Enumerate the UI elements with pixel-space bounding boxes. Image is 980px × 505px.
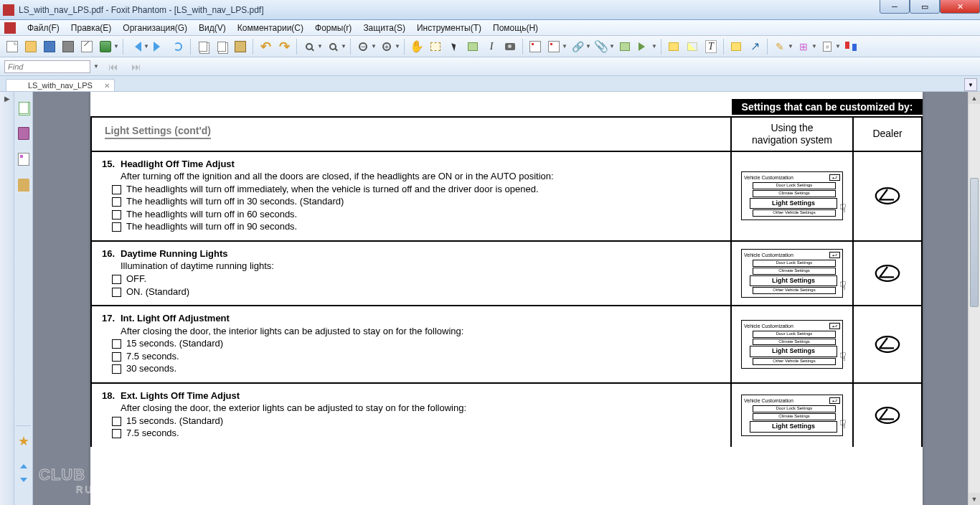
document-tab[interactable]: LS_with_nav_LPS ✕ xyxy=(6,79,115,91)
note-button[interactable] xyxy=(666,39,682,55)
paste-button[interactable] xyxy=(232,39,248,55)
tab-close-icon[interactable]: ✕ xyxy=(104,82,110,90)
text-select-button[interactable]: I xyxy=(484,39,499,55)
link-button[interactable]: 🔗 xyxy=(570,39,585,55)
highlight-button[interactable] xyxy=(684,39,700,55)
find-input[interactable] xyxy=(4,60,90,73)
titlebar: LS_with_nav_LPS.pdf - Foxit Phantom - [L… xyxy=(0,0,980,20)
hand-tool-button[interactable]: ✋ xyxy=(409,39,425,55)
select-tool-button[interactable] xyxy=(428,39,443,55)
favorites-icon[interactable]: ★ xyxy=(18,433,29,449)
play-dd[interactable]: ▼ xyxy=(651,43,658,49)
form2-dd[interactable]: ▼ xyxy=(562,43,568,49)
pencil-dd[interactable]: ▼ xyxy=(788,43,794,49)
tabbar-dropdown[interactable]: ▼ xyxy=(964,78,977,91)
scan-dropdown[interactable]: ▼ xyxy=(113,43,120,49)
textbox-button[interactable]: T xyxy=(703,39,719,55)
menubar: Файл(F) Правка(E) Организация(G) Вид(V) … xyxy=(0,20,980,36)
pdf-page: Settings that can be customized by: Ligh… xyxy=(90,92,923,505)
minimize-button[interactable]: ─ xyxy=(880,0,910,14)
arrow-button[interactable]: ↗ xyxy=(747,39,763,55)
app-icon xyxy=(3,4,14,16)
zoom-in-dd[interactable]: ▼ xyxy=(395,43,401,49)
zoom-dd[interactable]: ▼ xyxy=(317,43,324,49)
findbar: ▼ ⏮ ⏭ xyxy=(0,57,980,76)
close-button[interactable]: ✕ xyxy=(940,0,980,14)
zoom-out-dd[interactable]: ▼ xyxy=(371,43,377,49)
refresh-button[interactable] xyxy=(170,39,186,55)
nav-diagram: Vehicle Customization⮐ Door Lock Setting… xyxy=(741,395,843,435)
callout-button[interactable] xyxy=(728,39,744,55)
redo-button[interactable]: ↷ xyxy=(276,39,292,55)
menu-organize[interactable]: Организация(G) xyxy=(117,22,193,34)
scroll-up-icon[interactable]: ▲ xyxy=(969,92,980,104)
open-button[interactable] xyxy=(23,39,39,55)
flags-button[interactable] xyxy=(843,39,859,55)
pages-panel-icon[interactable] xyxy=(19,102,29,114)
image-button[interactable] xyxy=(617,39,633,55)
option-checkbox: 15 seconds. (Standard) xyxy=(112,415,720,428)
attach-dd[interactable]: ▼ xyxy=(609,43,616,49)
scroll-down-icon[interactable]: ▼ xyxy=(969,493,980,505)
header-banner: Settings that can be customized by: xyxy=(732,99,923,115)
menu-file[interactable]: Файл(F) xyxy=(22,22,65,34)
attachments-panel-icon[interactable] xyxy=(18,179,29,192)
zoom-fit-dd[interactable]: ▼ xyxy=(341,43,347,49)
panel-down-icon[interactable] xyxy=(19,478,29,488)
option-checkbox: 7.5 seconds. xyxy=(112,427,720,440)
menu-edit[interactable]: Правка(E) xyxy=(65,22,118,34)
form-button[interactable] xyxy=(527,39,543,55)
copy-button[interactable] xyxy=(214,39,230,55)
maximize-button[interactable]: ▭ xyxy=(910,0,940,14)
document-viewport[interactable]: Settings that can be customized by: Ligh… xyxy=(33,92,980,505)
option-checkbox: 15 seconds. (Standard) xyxy=(112,337,720,350)
stamp-button[interactable]: ⊞ xyxy=(796,39,811,55)
nav-prev-dd[interactable]: ▼ xyxy=(143,43,150,49)
zoom-fit-button[interactable] xyxy=(325,39,341,55)
attach-button[interactable]: 📎 xyxy=(593,39,609,55)
form2-button[interactable] xyxy=(546,39,562,55)
nav-prev-button[interactable] xyxy=(128,39,143,55)
pagenum-button[interactable] xyxy=(819,39,835,55)
save-button[interactable] xyxy=(42,39,57,55)
comments-panel-icon[interactable] xyxy=(18,153,29,166)
cut-button[interactable] xyxy=(195,39,211,55)
find-next-button[interactable]: ⏭ xyxy=(128,59,144,75)
zoom-button[interactable] xyxy=(301,39,317,55)
nav-diagram: Vehicle Customization⮐ Door Lock Setting… xyxy=(741,171,843,220)
email-button[interactable] xyxy=(79,39,95,55)
scroll-thumb[interactable] xyxy=(970,178,979,307)
new-doc-button[interactable] xyxy=(4,39,20,55)
link-dd[interactable]: ▼ xyxy=(585,43,592,49)
sidebar-toggle[interactable]: ▶ xyxy=(0,92,14,505)
camera-button[interactable] xyxy=(502,39,518,55)
col-header-dealer: Dealer xyxy=(854,118,921,151)
panel-up-icon[interactable] xyxy=(19,461,29,471)
print-button[interactable] xyxy=(60,39,76,55)
pointer-tool-button[interactable] xyxy=(446,39,462,55)
zoom-out-button[interactable] xyxy=(355,39,371,55)
menu-security[interactable]: Защита(S) xyxy=(357,22,411,34)
menu-comments[interactable]: Комментарии(C) xyxy=(232,22,309,34)
nav-next-button[interactable] xyxy=(151,39,167,55)
lexus-logo-icon xyxy=(875,187,900,205)
play-button[interactable] xyxy=(636,39,651,55)
scan-button[interactable] xyxy=(98,39,113,55)
menu-forms[interactable]: Формы(r) xyxy=(309,22,357,34)
option-checkbox: 7.5 seconds. xyxy=(112,350,720,363)
stamp-dd[interactable]: ▼ xyxy=(811,43,818,49)
find-prev-button[interactable]: ⏮ xyxy=(105,59,121,75)
zoom-in-button[interactable] xyxy=(379,39,395,55)
find-dd[interactable]: ▼ xyxy=(93,63,100,70)
snapshot-button[interactable] xyxy=(465,39,481,55)
vertical-scrollbar[interactable]: ▲ ▼ xyxy=(968,92,980,505)
menu-view[interactable]: Вид(V) xyxy=(193,22,232,34)
table-row: 16.Daytime Running Lights Illumination o… xyxy=(92,240,921,305)
undo-button[interactable]: ↶ xyxy=(258,39,273,55)
pencil-button[interactable]: ✎ xyxy=(772,39,788,55)
pagenum-dd[interactable]: ▼ xyxy=(835,43,842,49)
menu-tools[interactable]: Инструменты(T) xyxy=(411,22,487,34)
settings-table: Light Settings (cont'd) Using thenavigat… xyxy=(90,116,923,447)
menu-help[interactable]: Помощь(H) xyxy=(487,22,544,34)
bookmarks-panel-icon[interactable] xyxy=(18,127,29,140)
